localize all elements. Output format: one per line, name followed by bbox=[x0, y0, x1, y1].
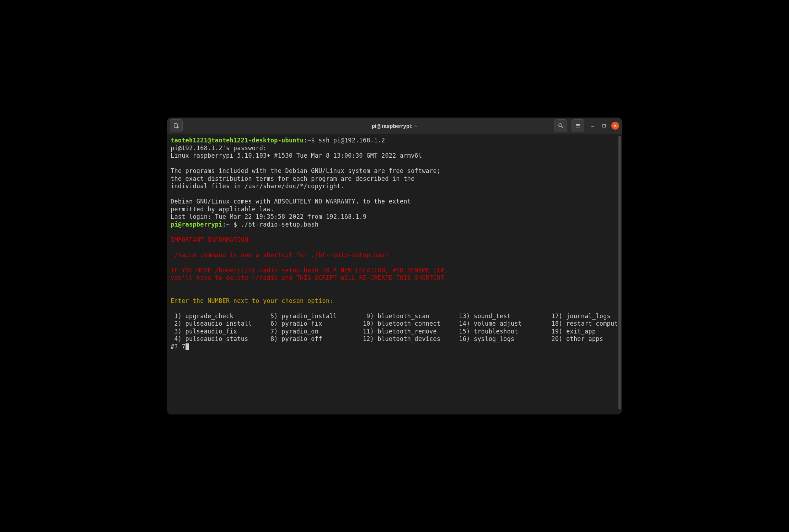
info-line: IF YOU MOVE /home/pi/bt-radio-setup.bash… bbox=[171, 267, 448, 274]
info-line: ~/radio command is now a shortcut for ./… bbox=[171, 251, 389, 259]
titlebar-left bbox=[170, 119, 184, 132]
ssh-command: ssh pi@192.168.1.2 bbox=[318, 137, 385, 144]
hamburger-icon bbox=[575, 123, 581, 129]
prompt-path: ~ bbox=[307, 137, 311, 144]
last-login: Last login: Tue Mar 22 19:35:58 2022 fro… bbox=[171, 213, 366, 220]
prompt-path: ~ bbox=[226, 221, 234, 228]
prompt-dollar: $ bbox=[311, 137, 315, 144]
prompt-userhost: taoteh1221@taoteh1221-desktop-ubuntu bbox=[171, 137, 304, 144]
svg-point-3 bbox=[559, 124, 562, 127]
info-header: IMPORTANT INFORMATION: bbox=[171, 236, 252, 243]
maximize-icon bbox=[602, 124, 606, 128]
window-title: pi@raspberrypi: ~ bbox=[372, 123, 417, 129]
prompt-userhost: pi@raspberrypi bbox=[171, 221, 222, 228]
terminal-window: pi@raspberrypi: ~ bbox=[167, 118, 622, 414]
prompt-sep: : bbox=[304, 137, 307, 144]
motd-line: Debian GNU/Linux comes with ABSOLUTELY N… bbox=[171, 198, 411, 205]
new-tab-icon bbox=[173, 123, 179, 129]
search-button[interactable] bbox=[554, 119, 567, 132]
svg-rect-0 bbox=[174, 124, 177, 127]
prompt-sep: : bbox=[222, 221, 226, 228]
svg-rect-9 bbox=[603, 124, 606, 127]
titlebar-right bbox=[554, 119, 619, 132]
motd-line: The programs included with the Debian GN… bbox=[171, 167, 440, 174]
prompt-dollar: $ bbox=[234, 221, 237, 228]
motd-line: individual files in /usr/share/doc/*/cop… bbox=[171, 183, 344, 190]
menu-row: 2) pulseaudio_install 6) pyradio_fix 10)… bbox=[171, 320, 622, 327]
input-value[interactable]: 7 bbox=[182, 343, 185, 350]
svg-line-4 bbox=[562, 126, 563, 128]
titlebar: pi@raspberrypi: ~ bbox=[167, 118, 622, 134]
maximize-button[interactable] bbox=[600, 121, 608, 130]
menu-row: 3) pulseaudio_fix 7) pyradio_on 11) blue… bbox=[171, 328, 596, 335]
scrollbar[interactable] bbox=[618, 136, 621, 409]
password-prompt: pi@192.168.1.2's password: bbox=[171, 145, 267, 152]
minimize-icon bbox=[591, 124, 595, 128]
motd-line: permitted by applicable law. bbox=[171, 206, 274, 213]
menu-prompt: Enter the NUMBER next to your chosen opt… bbox=[171, 297, 333, 304]
minimize-button[interactable] bbox=[589, 121, 597, 130]
motd-line: the exact distribution terms for each pr… bbox=[171, 175, 415, 182]
close-button[interactable] bbox=[611, 122, 619, 130]
menu-row: 4) pulseaudio_status 8) pyradio_off 12) … bbox=[171, 335, 603, 342]
terminal-content[interactable]: taoteh1221@taoteh1221-desktop-ubuntu:~$ … bbox=[167, 134, 622, 414]
menu-button[interactable] bbox=[571, 119, 584, 132]
close-icon bbox=[613, 124, 617, 128]
new-tab-button[interactable] bbox=[170, 119, 183, 132]
input-prompt: #? bbox=[171, 343, 182, 350]
script-command: ./bt-radio-setup.bash bbox=[241, 221, 318, 228]
cursor bbox=[186, 343, 189, 350]
info-line: you'll have to delete ~/radio and THIS S… bbox=[171, 274, 448, 281]
menu-row: 1) upgrade_check 5) pyradio_install 9) b… bbox=[171, 313, 611, 320]
search-icon bbox=[558, 123, 564, 129]
linux-version: Linux raspberrypi 5.10.103+ #1530 Tue Ma… bbox=[171, 152, 422, 159]
